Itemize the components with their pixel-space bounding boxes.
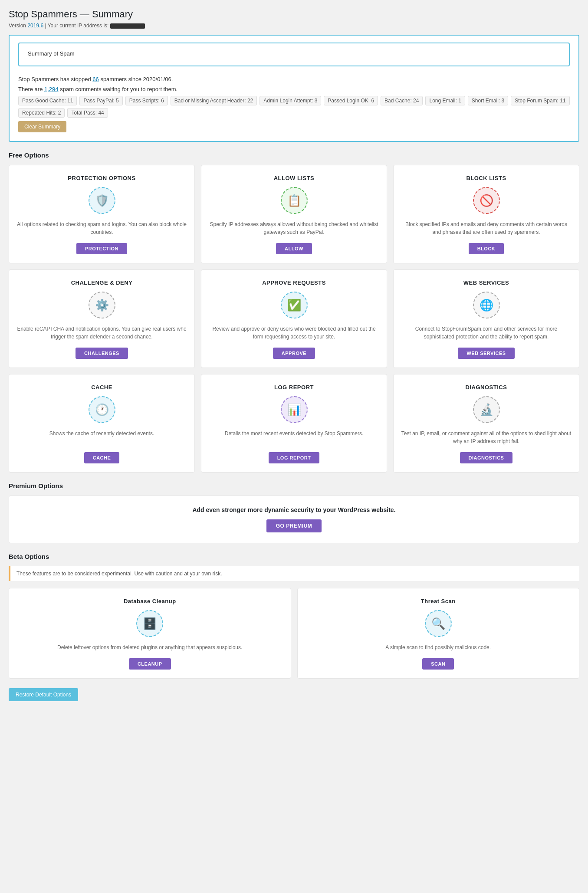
card-challenge: CHALLENGE & DENY⚙️Enable reCAPTCHA and n… bbox=[9, 269, 195, 368]
card-threatscan: Threat Scan🔍A simple scan to find possib… bbox=[297, 588, 580, 679]
card-protection: PROTECTION OPTIONS🛡️All options related … bbox=[9, 165, 195, 263]
card-icon-dbcleanup: 🗄️ bbox=[136, 610, 164, 637]
stat-badge: Pass PayPal: 5 bbox=[79, 96, 122, 105]
card-heading-block: BLOCK LISTS bbox=[466, 175, 506, 181]
card-button-allow[interactable]: ALLOW bbox=[276, 243, 312, 254]
card-heading-challenge: CHALLENGE & DENY bbox=[71, 279, 133, 286]
beta-warning: These features are to be considered expe… bbox=[9, 566, 579, 581]
beta-grid: Database Cleanup🗄️Delete leftover option… bbox=[9, 588, 579, 679]
card-heading-logreport: LOG REPORT bbox=[274, 384, 314, 391]
card-button-challenge[interactable]: CHALLENGES bbox=[76, 348, 128, 359]
premium-box: Add even stronger more dynamic security … bbox=[9, 496, 579, 543]
summary-legend: Summary of Spam bbox=[18, 43, 570, 66]
version-link[interactable]: 2019.6 bbox=[27, 23, 43, 29]
card-desc-block: Block specified IPs and emails and deny … bbox=[401, 220, 572, 236]
card-icon-allow: 📋 bbox=[280, 187, 308, 214]
card-heading-threatscan: Threat Scan bbox=[421, 598, 456, 604]
card-logreport: LOG REPORT📊Details the most recent event… bbox=[201, 374, 387, 473]
card-desc-dbcleanup: Delete leftover options from deleted plu… bbox=[57, 643, 242, 651]
card-cache: CACHE🕐Shows the cache of recently detect… bbox=[9, 374, 195, 473]
stat-badge: Bad Cache: 24 bbox=[381, 96, 423, 105]
stat-badge: Long Email: 1 bbox=[425, 96, 465, 105]
card-button-webservices[interactable]: WEB SERVICES bbox=[458, 348, 514, 359]
card-button-cache[interactable]: CACHE bbox=[84, 452, 120, 463]
waiting-count-link[interactable]: 1,294 bbox=[44, 86, 59, 92]
version-bar: Version 2019.6 | Your current IP address… bbox=[9, 23, 579, 29]
stat-badge: Stop Forum Spam: 11 bbox=[511, 96, 569, 105]
card-desc-logreport: Details the most recent events detected … bbox=[225, 430, 364, 445]
summary-box: Summary of Spam Stop Spammers has stoppe… bbox=[9, 35, 579, 142]
card-heading-diagnostics: DIAGNOSTICS bbox=[466, 384, 507, 391]
ip-label: | Your current IP address is: bbox=[45, 23, 108, 29]
card-heading-dbcleanup: Database Cleanup bbox=[124, 598, 176, 604]
stat-badge: Total Pass: 44 bbox=[67, 108, 108, 118]
card-icon-cache: 🕐 bbox=[88, 396, 116, 424]
card-desc-challenge: Enable reCAPTCHA and notification option… bbox=[16, 325, 187, 341]
card-button-protection[interactable]: PROTECTION bbox=[76, 243, 127, 254]
stat-badge: Repeated Hits: 2 bbox=[18, 108, 65, 118]
card-button-block[interactable]: BLOCK bbox=[469, 243, 504, 254]
stopped-count-link[interactable]: 66 bbox=[92, 76, 99, 82]
card-icon-webservices: 🌐 bbox=[473, 291, 500, 319]
card-icon-approve: ✅ bbox=[280, 291, 308, 319]
card-heading-allow: ALLOW LISTS bbox=[274, 175, 315, 181]
card-button-diagnostics[interactable]: DIAGNOSTICS bbox=[460, 452, 513, 463]
card-heading-webservices: WEB SERVICES bbox=[463, 279, 509, 286]
card-webservices: WEB SERVICES🌐Connect to StopForumSpam.co… bbox=[393, 269, 579, 368]
go-premium-button[interactable]: GO PREMIUM bbox=[266, 519, 322, 532]
stat-badge: Bad or Missing Accept Header: 22 bbox=[171, 96, 257, 105]
card-button-approve[interactable]: APPROVE bbox=[273, 348, 315, 359]
card-button-logreport[interactable]: LOG REPORT bbox=[269, 452, 320, 463]
card-desc-approve: Review and approve or deny users who wer… bbox=[208, 325, 380, 341]
ip-value bbox=[110, 23, 145, 29]
card-diagnostics: DIAGNOSTICS🔬Test an IP, email, or commen… bbox=[393, 374, 579, 473]
card-heading-approve: APPROVE REQUESTS bbox=[262, 279, 326, 286]
card-desc-diagnostics: Test an IP, email, or comment against al… bbox=[401, 430, 572, 445]
stopped-text: Stop Spammers has stopped 66 spammers si… bbox=[18, 76, 570, 82]
card-desc-webservices: Connect to StopForumSpam.com and other s… bbox=[401, 325, 572, 341]
stats-row: Pass Good Cache: 11Pass PayPal: 5Pass Sc… bbox=[18, 96, 570, 118]
card-approve: APPROVE REQUESTS✅Review and approve or d… bbox=[201, 269, 387, 368]
stat-badge: Short Email: 3 bbox=[468, 96, 508, 105]
card-icon-protection: 🛡️ bbox=[88, 187, 116, 214]
clear-summary-button[interactable]: Clear Summary bbox=[18, 121, 66, 132]
card-heading-cache: CACHE bbox=[91, 384, 112, 391]
card-icon-logreport: 📊 bbox=[280, 396, 308, 424]
card-icon-threatscan: 🔍 bbox=[424, 610, 452, 637]
page-title: Stop Spammers — Summary bbox=[9, 9, 579, 20]
free-options-grid: PROTECTION OPTIONS🛡️All options related … bbox=[9, 165, 579, 473]
card-icon-block: 🚫 bbox=[473, 187, 500, 214]
card-button-threatscan[interactable]: SCAN bbox=[422, 658, 454, 670]
card-desc-threatscan: A simple scan to find possibly malicious… bbox=[385, 643, 491, 651]
stat-badge: Admin Login Attempt: 3 bbox=[260, 96, 321, 105]
card-desc-allow: Specify IP addresses always allowed with… bbox=[208, 220, 380, 236]
free-options-title: Free Options bbox=[9, 151, 579, 159]
stat-badge: Passed Login OK: 6 bbox=[324, 96, 378, 105]
card-heading-protection: PROTECTION OPTIONS bbox=[68, 175, 135, 181]
card-desc-protection: All options related to checking spam and… bbox=[16, 220, 187, 236]
stat-badge: Pass Scripts: 6 bbox=[125, 96, 168, 105]
waiting-text: There are 1,294 spam comments waiting fo… bbox=[18, 86, 570, 92]
stat-badge: Pass Good Cache: 11 bbox=[18, 96, 77, 105]
card-block: BLOCK LISTS🚫Block specified IPs and emai… bbox=[393, 165, 579, 263]
premium-title: Premium Options bbox=[9, 482, 579, 489]
restore-default-button[interactable]: Restore Default Options bbox=[9, 688, 78, 701]
version-label: Version bbox=[9, 23, 26, 29]
card-desc-cache: Shows the cache of recently detected eve… bbox=[49, 430, 154, 445]
premium-description: Add even stronger more dynamic security … bbox=[20, 506, 568, 513]
card-button-dbcleanup[interactable]: CLEANUP bbox=[129, 658, 171, 670]
card-icon-diagnostics: 🔬 bbox=[473, 396, 500, 424]
card-dbcleanup: Database Cleanup🗄️Delete leftover option… bbox=[9, 588, 291, 679]
card-allow: ALLOW LISTS📋Specify IP addresses always … bbox=[201, 165, 387, 263]
beta-title: Beta Options bbox=[9, 553, 579, 560]
card-icon-challenge: ⚙️ bbox=[88, 291, 116, 319]
